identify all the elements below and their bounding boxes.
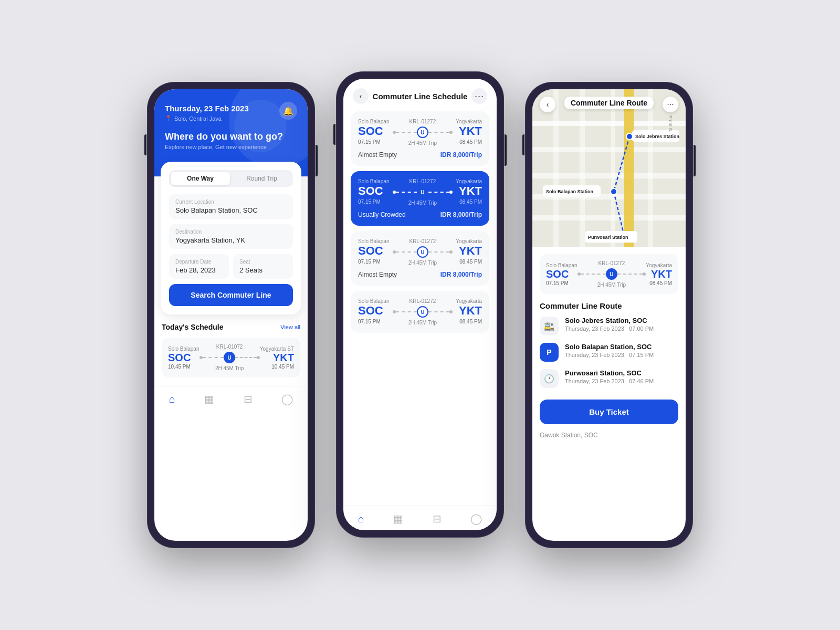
date-seat-row: Departure Date Feb 28, 2023 Seat 2 Seats (169, 254, 293, 279)
schedule-card-4[interactable]: Solo Balapan SOC 07.15 PM KRL-01272 U (351, 291, 489, 333)
p3-map-title: Commuter Line Route (564, 97, 654, 109)
p3-from-station: Solo Balapan SOC 07.15 PM (546, 262, 578, 286)
card2-from-code: SOC (358, 184, 390, 198)
p3-bottom-content: Solo Balapan SOC 07.15 PM KRL-01272 U (532, 247, 686, 541)
p2-nav-profile-icon[interactable]: ◯ (470, 512, 482, 525)
today-schedule: Today's Schedule View all Solo Balapan S… (154, 314, 308, 386)
svg-rect-9 (648, 89, 653, 247)
p3-train-info: Solo Balapan SOC 07.15 PM KRL-01272 U (540, 254, 678, 294)
card1-status: Almost Empty (358, 151, 397, 159)
tab-one-way[interactable]: One Way (171, 172, 230, 185)
view-all-link[interactable]: View all (280, 324, 300, 330)
card2-route-row: Solo Balapan SOC 07.15 PM KRL-01272 U (358, 178, 482, 206)
card3-from-time: 07.15 PM (358, 259, 390, 265)
dot-r2 (449, 191, 453, 194)
p3-to-station: Yogyakarta YKT 08.45 PM (646, 262, 672, 286)
nav-calendar-icon[interactable]: ▦ (204, 393, 214, 405)
phone-3: Solo Jebres Station Solo Balapan Station… (525, 82, 693, 548)
line-r2 (428, 192, 449, 193)
phone-1-screen: Thursday, 23 Feb 2023 📍 Solo, Central Ja… (154, 89, 308, 541)
card4-to-name: Yogyakarta (456, 298, 482, 304)
card2-middle: KRL-01272 U 2H 45M Trip (390, 178, 456, 206)
station3-icon: 🕐 (540, 369, 559, 388)
p3-train-middle: KRL-01272 U 2H 45M Trip (578, 260, 646, 288)
station2-icon: P (540, 343, 559, 362)
card3-route-row: Solo Balapan SOC 07.15 PM KRL-01272 U (358, 238, 482, 266)
to-station-time: 10.45 PM (260, 364, 294, 370)
p2-nav-home-icon[interactable]: ⌂ (358, 513, 364, 525)
p3-more-button[interactable]: ··· (663, 97, 678, 112)
p3-to-time: 08.45 PM (646, 280, 672, 286)
card2-to-code: YKT (456, 184, 482, 198)
seat-input-box[interactable]: Seat 2 Seats (233, 254, 293, 279)
station2-name: Solo Balapan Station, SOC (565, 343, 654, 351)
nav-profile-icon[interactable]: ◯ (281, 393, 293, 405)
trip-type-tabs: One Way Round Trip (169, 170, 293, 187)
card2-to-name: Yogyakarta (456, 178, 482, 184)
schedule-card-2[interactable]: Solo Balapan SOC 07.15 PM KRL-01272 U (351, 171, 489, 226)
station3-name: Purwosari Station, SOC (565, 369, 654, 377)
card3-dur: 2H 45M Trip (393, 260, 453, 266)
p2-nav-calendar-icon[interactable]: ▦ (393, 512, 403, 525)
dest-label: Destination (175, 229, 287, 235)
card4-from-time: 07.15 PM (358, 319, 390, 324)
schedule-card-1[interactable]: Solo Balapan SOC 07.15 PM KRL-01272 U (351, 111, 489, 166)
card4-from: Solo Balapan SOC 07.15 PM (358, 298, 390, 324)
nav-home-icon[interactable]: ⌂ (169, 393, 175, 405)
station2-info: Solo Balapan Station, SOC Thursday, 23 F… (565, 343, 654, 358)
card2-price: IDR 8,000/Trip (440, 211, 482, 218)
train-icon-4: U (417, 306, 428, 318)
schedule-train-card: Solo Balapan SOC 10.45 PM KRL-01072 U (162, 338, 300, 377)
card4-to: Yogyakarta YKT 08.45 PM (456, 298, 482, 324)
nav-ticket-icon[interactable]: ⊟ (244, 393, 253, 405)
p3-duration: 2H 45M Trip (578, 282, 646, 288)
card1-to: Yogyakarta YKT 08.45 PM (456, 119, 482, 145)
dest-input-box[interactable]: Destination Yogyakarta Station, YK (169, 224, 293, 249)
line-r (428, 132, 449, 133)
route-station-1: 🚉 Solo Jebres Station, SOC Thursday, 23 … (540, 317, 678, 335)
route-title: Commuter Line Route (540, 301, 678, 310)
search-button[interactable]: Search Commuter Line (169, 284, 293, 306)
card1-from: Solo Balapan SOC 07.15 PM (358, 119, 390, 145)
schedule-title: Today's Schedule (162, 323, 223, 331)
origin-input-box[interactable]: Current Location Solo Balapan Station, S… (169, 194, 293, 219)
from-station-time: 10.45 PM (168, 364, 200, 370)
line-l2 (396, 192, 417, 193)
date-input-box[interactable]: Departure Date Feb 28, 2023 (169, 254, 229, 279)
p2-nav-ticket-icon[interactable]: ⊟ (433, 512, 442, 525)
p2-back-button[interactable]: ‹ (353, 88, 369, 104)
p2-header: ‹ Commuter Line Schedule ··· (343, 79, 497, 111)
dest-value: Yogyakarta Station, YK (175, 236, 287, 244)
last-station-item: Gawok Station, SOC (540, 429, 678, 441)
buy-ticket-button[interactable]: Buy Ticket (540, 400, 678, 424)
card1-route-row: Solo Balapan SOC 07.15 PM KRL-01272 U (358, 119, 482, 146)
origin-value: Solo Balapan Station, SOC (175, 206, 287, 214)
card1-status-row: Almost Empty IDR 8,000/Trip (358, 151, 482, 159)
tab-round-trip[interactable]: Round Trip (232, 172, 291, 185)
p3-to-name: Yogyakarta (646, 262, 672, 268)
p3-from-time: 07.15 PM (546, 280, 578, 286)
phone-2-screen: ‹ Commuter Line Schedule ··· Solo Balapa… (343, 79, 497, 530)
schedule-card-3[interactable]: Solo Balapan SOC 07.15 PM KRL-01272 U (351, 231, 489, 286)
train-icon: U (224, 352, 235, 363)
card4-dur: 2H 45M Trip (393, 320, 453, 326)
card1-to-time: 08.45 PM (456, 139, 482, 145)
train-icon-1: U (417, 127, 428, 138)
card2-status-row: Usually Crowded IDR 8,000/Trip (358, 211, 482, 218)
train-icon-2: U (417, 186, 428, 198)
card2-status: Usually Crowded (358, 211, 406, 218)
card4-from-code: SOC (358, 304, 390, 318)
card1-dur: 2H 45M Trip (393, 140, 453, 146)
card4-krl: KRL-01272 (393, 298, 453, 304)
train-icon-3: U (417, 246, 428, 258)
dot-r (449, 131, 453, 134)
route-station-3: 🕐 Purwosari Station, SOC Thursday, 23 Fe… (540, 369, 678, 388)
p3-back-button[interactable]: ‹ (540, 97, 555, 112)
bell-icon[interactable]: 🔔 (279, 102, 297, 120)
card3-status: Almost Empty (358, 271, 397, 278)
card3-from: Solo Balapan SOC 07.15 PM (358, 238, 390, 265)
p2-more-button[interactable]: ··· (471, 88, 487, 104)
card3-to-time: 08.45 PM (456, 259, 482, 265)
card1-from-name: Solo Balapan (358, 119, 390, 124)
card2-to-time: 08.45 PM (456, 199, 482, 205)
